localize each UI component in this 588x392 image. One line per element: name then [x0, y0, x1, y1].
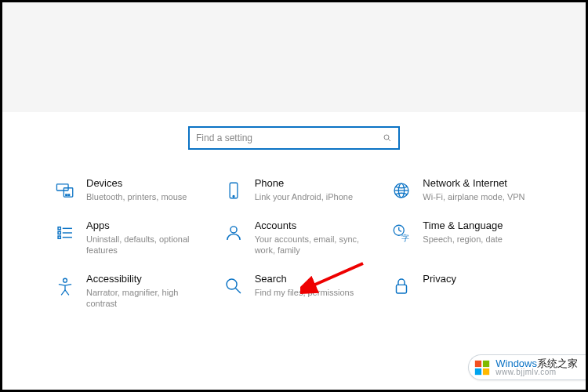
- magnifier-icon: [222, 274, 245, 298]
- category-desc: Speech, region, date: [423, 234, 503, 245]
- apps-icon: [53, 221, 77, 245]
- category-accessibility[interactable]: Accessibility Narrator, magnifier, high …: [53, 273, 214, 309]
- category-desc: Narrator, magnifier, high contrast: [86, 287, 208, 310]
- svg-rect-33: [483, 368, 489, 374]
- svg-line-25: [65, 290, 69, 296]
- category-desc: Wi-Fi, airplane mode, VPN: [423, 191, 524, 202]
- watermark-url: www.bjjmlv.com: [495, 368, 578, 376]
- svg-rect-13: [58, 231, 60, 234]
- settings-grid: Devices Bluetooth, printers, mouse Phone…: [2, 150, 586, 317]
- svg-rect-2: [56, 184, 68, 191]
- svg-line-27: [235, 289, 241, 294]
- search-input[interactable]: [196, 132, 392, 143]
- svg-point-7: [233, 195, 234, 197]
- category-phone[interactable]: Phone Link your Android, iPhone: [222, 177, 383, 202]
- category-title: Search: [255, 273, 354, 285]
- category-title: Apps: [86, 220, 208, 232]
- svg-rect-4: [66, 194, 67, 196]
- category-search[interactable]: Search Find my files, permissions: [222, 273, 383, 309]
- search-icon: [383, 133, 392, 143]
- svg-rect-31: [483, 360, 489, 366]
- category-desc: Find my files, permissions: [255, 287, 354, 298]
- category-network[interactable]: Network & Internet Wi-Fi, airplane mode,…: [390, 177, 550, 202]
- svg-point-22: [64, 278, 67, 282]
- category-desc: Uninstall, defaults, optional features: [86, 234, 208, 256]
- category-title: Privacy: [423, 273, 456, 285]
- svg-line-20: [399, 230, 401, 232]
- category-title: Phone: [255, 177, 353, 190]
- category-desc: Bluetooth, printers, mouse: [86, 191, 187, 202]
- devices-icon: [53, 179, 77, 202]
- svg-rect-11: [58, 227, 60, 230]
- svg-text:字: 字: [401, 234, 409, 242]
- svg-line-24: [61, 290, 65, 296]
- svg-point-0: [384, 135, 389, 140]
- svg-point-26: [227, 279, 237, 289]
- svg-line-1: [388, 139, 390, 141]
- category-title: Devices: [86, 177, 187, 190]
- category-title: Network & Internet: [423, 177, 524, 190]
- time-language-icon: 字: [390, 221, 413, 245]
- globe-icon: [390, 179, 413, 202]
- watermark-badge: Windows系统之家 www.bjjmlv.com: [468, 354, 586, 380]
- lock-icon: [390, 274, 413, 298]
- accessibility-icon: [53, 274, 77, 298]
- header-band: [2, 2, 586, 112]
- svg-rect-5: [68, 194, 70, 196]
- category-accounts[interactable]: Accounts Your accounts, email, sync, wor…: [222, 220, 383, 256]
- svg-point-17: [230, 227, 237, 233]
- category-privacy[interactable]: Privacy: [390, 273, 550, 309]
- category-desc: Link your Android, iPhone: [255, 191, 353, 202]
- category-title: Time & Language: [423, 220, 503, 232]
- category-devices[interactable]: Devices Bluetooth, printers, mouse: [53, 177, 214, 202]
- category-desc: Your accounts, email, sync, work, family: [255, 234, 376, 256]
- svg-rect-32: [475, 368, 481, 374]
- category-title: Accessibility: [86, 273, 208, 285]
- person-icon: [222, 221, 245, 245]
- category-title: Accounts: [255, 220, 376, 232]
- windows-logo-icon: [474, 359, 491, 376]
- search-row: [2, 126, 586, 150]
- phone-icon: [222, 179, 245, 202]
- search-box[interactable]: [188, 126, 400, 150]
- category-time-language[interactable]: 字 Time & Language Speech, region, date: [390, 220, 550, 256]
- svg-rect-28: [397, 285, 407, 294]
- svg-rect-30: [475, 360, 481, 366]
- category-apps[interactable]: Apps Uninstall, defaults, optional featu…: [53, 220, 214, 256]
- svg-rect-15: [58, 236, 60, 238]
